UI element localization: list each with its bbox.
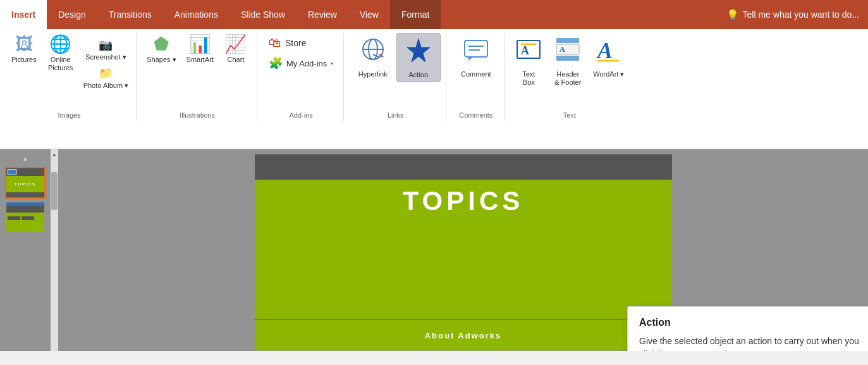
hyperlink-button[interactable]: Hyperlink bbox=[351, 33, 395, 81]
my-addins-icon: 🧩 bbox=[269, 56, 283, 70]
ribbon-group-illustrations: ⬟ Shapes ▾ 📊 SmartArt 📈 Chart Illustrati… bbox=[138, 33, 257, 121]
smartart-icon: 📊 bbox=[189, 35, 211, 53]
tab-bar: Insert Design Transitions Animations Sli… bbox=[0, 0, 868, 29]
chart-button[interactable]: 📈 Chart bbox=[220, 33, 252, 66]
wordart-label: WordArt ▾ bbox=[593, 70, 624, 78]
online-pictures-icon: 🌐 bbox=[49, 35, 71, 53]
comment-label: Comment bbox=[461, 70, 491, 78]
slide-thumb-2[interactable] bbox=[5, 201, 46, 233]
tab-design[interactable]: Design bbox=[47, 0, 97, 29]
screenshot-button[interactable]: 📷 Screenshot ▾ bbox=[81, 33, 131, 63]
comment-icon bbox=[462, 35, 490, 68]
scroll-up-btn[interactable]: ▲ bbox=[51, 149, 58, 159]
online-pictures-button[interactable]: 🌐 OnlinePictures bbox=[43, 33, 78, 75]
slide-bottom-text: About Adworks bbox=[425, 331, 502, 340]
wordart-icon: A bbox=[595, 35, 623, 68]
ribbon-group-comments: Comment Comments bbox=[448, 33, 504, 121]
text-group-label: Text bbox=[506, 111, 633, 119]
tell-me-text: Tell me what you want to do... bbox=[743, 9, 859, 20]
images-group-label: Images bbox=[3, 111, 136, 119]
photo-album-button[interactable]: 📁 Photo Album ▾ bbox=[81, 65, 131, 92]
slide-thumb-1[interactable]: TOPICS bbox=[5, 167, 46, 199]
slide-thumb-2-inner bbox=[6, 202, 44, 232]
comment-button[interactable]: Comment bbox=[454, 33, 498, 81]
slide-top-bar bbox=[255, 154, 672, 180]
canvas-area: TOPICS About Adworks Action Give the sel… bbox=[58, 149, 868, 351]
lightbulb-icon: 💡 bbox=[726, 9, 739, 21]
text-buttons: A TextBox A bbox=[511, 33, 628, 121]
shapes-icon: ⬟ bbox=[154, 35, 169, 53]
tab-transitions[interactable]: Transitions bbox=[97, 0, 163, 29]
tooltip-popup: Action Give the selected object an actio… bbox=[627, 306, 868, 351]
tooltip-body: Give the selected object an action to ca… bbox=[639, 335, 862, 351]
svg-rect-6 bbox=[465, 40, 487, 57]
tab-view[interactable]: View bbox=[348, 0, 390, 29]
tab-slideshow[interactable]: Slide Show bbox=[229, 0, 296, 29]
text-box-label: TextBox bbox=[522, 70, 535, 87]
action-label: Action bbox=[408, 71, 428, 79]
my-addins-label: My Add-ins bbox=[286, 59, 327, 68]
slide-bottom-bar: About Adworks bbox=[255, 319, 672, 350]
svg-text:A: A bbox=[559, 45, 565, 54]
scroll-up-arrow[interactable]: ▲ bbox=[21, 153, 29, 163]
screenshot-icon: 📷 bbox=[99, 38, 113, 52]
text-box-button[interactable]: A TextBox bbox=[511, 33, 546, 89]
text-box-icon: A bbox=[515, 35, 542, 68]
online-pictures-label: OnlinePictures bbox=[48, 56, 73, 72]
comments-group-label: Comments bbox=[448, 111, 504, 119]
header-footer-button[interactable]: A Header& Footer bbox=[549, 33, 587, 89]
illustrations-group-label: Illustrations bbox=[138, 111, 257, 119]
images-small-col: 📷 Screenshot ▾ 📁 Photo Album ▾ bbox=[81, 33, 131, 92]
links-buttons: Hyperlink Action bbox=[351, 33, 441, 121]
photo-album-label: Photo Album ▾ bbox=[83, 82, 128, 90]
tooltip-line1: Give the selected object an action to ca… bbox=[639, 335, 862, 351]
ribbon-content: 🖼 Pictures 🌐 OnlinePictures 📷 Screenshot… bbox=[0, 29, 868, 149]
svg-text:A: A bbox=[596, 38, 613, 63]
ribbon: 🖼 Pictures 🌐 OnlinePictures 📷 Screenshot… bbox=[0, 29, 868, 149]
header-footer-label: Header& Footer bbox=[554, 70, 581, 87]
pictures-icon: 🖼 bbox=[15, 35, 33, 53]
svg-marker-5 bbox=[407, 39, 430, 62]
smartart-label: SmartArt bbox=[186, 56, 214, 64]
illustrations-buttons: ⬟ Shapes ▾ 📊 SmartArt 📈 Chart bbox=[143, 33, 252, 121]
smartart-button[interactable]: 📊 SmartArt bbox=[183, 33, 217, 66]
chart-label: Chart bbox=[228, 56, 245, 64]
hyperlink-icon bbox=[359, 35, 387, 68]
chart-icon: 📈 bbox=[224, 35, 247, 53]
header-footer-icon: A bbox=[554, 35, 582, 68]
tell-me-bar[interactable]: 💡 Tell me what you want to do... bbox=[718, 0, 868, 29]
images-buttons: 🖼 Pictures 🌐 OnlinePictures 📷 Screenshot… bbox=[8, 33, 131, 121]
photo-album-icon: 📁 bbox=[99, 66, 113, 80]
comments-buttons: Comment bbox=[454, 33, 498, 121]
my-addins-button[interactable]: 🧩 My Add-ins ▾ bbox=[264, 54, 338, 73]
scrollbar-thumb[interactable] bbox=[51, 172, 58, 210]
store-label: Store bbox=[285, 38, 306, 48]
svg-rect-14 bbox=[556, 56, 579, 61]
ribbon-group-text: A TextBox A bbox=[506, 33, 633, 121]
addins-buttons: 🛍 Store 🧩 My Add-ins ▾ bbox=[264, 33, 338, 121]
hyperlink-label: Hyperlink bbox=[358, 70, 388, 78]
tooltip-title: Action bbox=[639, 317, 862, 328]
action-button[interactable]: Action bbox=[396, 33, 441, 82]
my-addins-dropdown-arrow: ▾ bbox=[331, 61, 333, 66]
tab-insert[interactable]: Insert bbox=[0, 0, 47, 29]
ribbon-group-addins: 🛍 Store 🧩 My Add-ins ▾ Add-ins bbox=[259, 33, 344, 121]
tab-review[interactable]: Review bbox=[296, 0, 348, 29]
shapes-label: Shapes ▾ bbox=[147, 56, 176, 64]
screenshot-label: Screenshot ▾ bbox=[85, 53, 126, 61]
tab-animations[interactable]: Animations bbox=[163, 0, 229, 29]
links-group-label: Links bbox=[345, 111, 446, 119]
store-icon: 🛍 bbox=[269, 35, 281, 50]
addins-col: 🛍 Store 🧩 My Add-ins ▾ bbox=[264, 33, 338, 73]
shapes-button[interactable]: ⬟ Shapes ▾ bbox=[143, 33, 180, 66]
scrollbar-vertical[interactable]: ▲ bbox=[51, 149, 58, 351]
addins-group-label: Add-ins bbox=[259, 111, 343, 119]
tab-format[interactable]: Format bbox=[390, 0, 441, 29]
store-button[interactable]: 🛍 Store bbox=[264, 33, 338, 53]
slide-canvas[interactable]: TOPICS About Adworks bbox=[255, 154, 672, 350]
action-icon bbox=[405, 36, 432, 68]
wordart-button[interactable]: A WordArt ▾ bbox=[589, 33, 628, 81]
main-area: ▲ TOPICS bbox=[0, 149, 868, 351]
ribbon-group-links: Hyperlink Action Links bbox=[345, 33, 446, 121]
pictures-button[interactable]: 🖼 Pictures bbox=[8, 33, 40, 66]
